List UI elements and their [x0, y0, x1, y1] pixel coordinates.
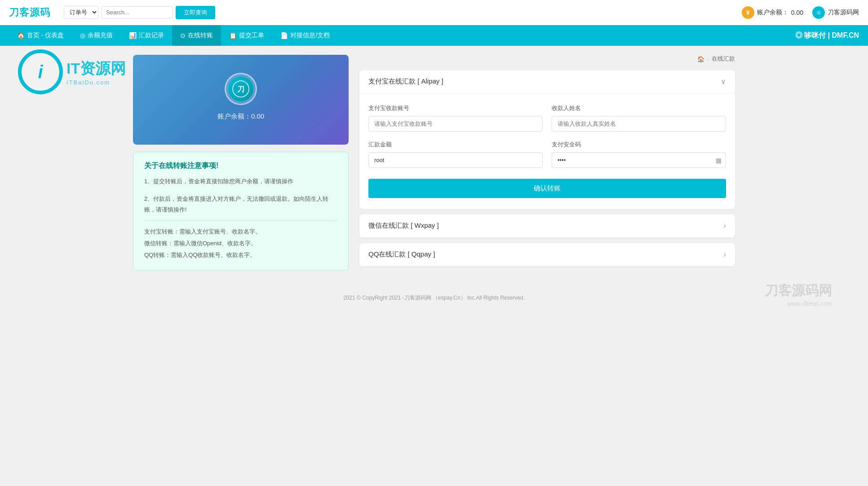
security-code-label: 支付安全码 [552, 141, 726, 149]
wechat-header[interactable]: 微信在线汇款 [ Wxpay ] › [359, 214, 735, 238]
home-icon: 🏠 [17, 32, 25, 39]
watermark-letter: i [38, 62, 43, 82]
notice-item-2: 2、付款后，资金将直接进入对方账户，无法撤回或退款。如向陌生人转账，请谨慎操作! [144, 194, 337, 215]
search-area: 订单号 立即查询 [64, 6, 244, 19]
left-panel: 刀 账户余额：0.00 关于在线转账注意事项! 1、提交转账后，资金将直接扣除您… [133, 55, 349, 272]
nav-item-ticket[interactable]: 📋 提交工单 [221, 25, 272, 46]
footer-watermark-text1: 刀客源码网 [765, 282, 832, 300]
alipay-row-2: 汇款金额 支付安全码 ▦ [368, 141, 726, 168]
balance-info: ¥ 账户余额： 0.00 [742, 6, 803, 19]
alipay-body: 支付宝收款账号 收款人姓名 汇款金额 支付安全码 [359, 93, 735, 209]
avatar-logo: 刀 [232, 80, 250, 98]
ticket-icon: 📋 [229, 32, 237, 39]
search-select[interactable]: 订单号 [64, 6, 98, 19]
top-bar: 刀客源码 订单号 立即查询 ¥ 账户余额： 0.00 ◎ 刀客源码网 [0, 0, 868, 25]
balance-icon: ¥ [742, 6, 754, 19]
alipay-account-label: 支付宝收款账号 [368, 104, 543, 112]
site-name-label: 刀客源码网 [828, 9, 859, 17]
nav-label-dashboard: 首页 - 仪表盘 [27, 31, 64, 40]
nav-item-transfer[interactable]: ⊙ 在线转账 [172, 25, 221, 46]
breadcrumb-home[interactable]: 🏠 [697, 56, 704, 62]
nav-item-records[interactable]: 📊 汇款记录 [121, 25, 172, 46]
user-card: 刀 账户余额：0.00 [133, 55, 349, 145]
nav-label-transfer: 在线转账 [188, 31, 213, 40]
alipay-row-1: 支付宝收款账号 收款人姓名 [368, 104, 726, 132]
qq-title: QQ在线汇款 [ Qqpay ] [368, 250, 435, 259]
alipay-arrow: ∨ [721, 77, 726, 86]
receiver-name-group: 收款人姓名 [552, 104, 726, 132]
notice-type-alipay: 支付宝转账：需输入支付宝账号、收款名字。 [144, 226, 337, 238]
security-code-wrap: ▦ [552, 152, 726, 168]
top-right: ¥ 账户余额： 0.00 ◎ 刀客源码网 [742, 6, 859, 19]
wechat-section: 微信在线汇款 [ Wxpay ] › [359, 214, 735, 238]
breadcrumb-current: 在线汇款 [712, 55, 735, 63]
logo: 刀客源码 [9, 6, 50, 19]
svg-text:刀: 刀 [237, 85, 244, 93]
avatar: 刀 [225, 73, 257, 105]
qq-section: QQ在线汇款 [ Qqpay ] › [359, 243, 735, 266]
alipay-account-input[interactable] [368, 116, 543, 132]
docs-icon: 📄 [280, 32, 288, 39]
nav-right-logo-text: ◎ 哆咪付 | DMF.CN [795, 31, 859, 40]
nav-label-recharge: 余额充值 [88, 31, 113, 40]
balance-label: 账户余额： [757, 9, 788, 17]
qq-arrow: › [724, 251, 726, 259]
balance-value: 0.00 [791, 9, 803, 16]
alipay-section: 支付宝在线汇款 [ Alipay ] ∨ 支付宝收款账号 收款人姓名 [359, 70, 735, 209]
breadcrumb: 🏠 › 在线汇款 [359, 55, 735, 63]
security-code-group: 支付安全码 ▦ [552, 141, 726, 168]
notice-box: 关于在线转账注意事项! 1、提交转账后，资金将直接扣除您商户余额，请谨慎操作 2… [133, 152, 349, 270]
alipay-account-group: 支付宝收款账号 [368, 104, 543, 132]
nav-bar: 🏠 首页 - 仪表盘 ◎ 余额充值 📊 汇款记录 ⊙ 在线转账 📋 提交工单 📄… [0, 25, 868, 46]
footer: 2021 © CopyRight 2021 -刀客源码网 （espay.Cn） … [0, 281, 868, 311]
alipay-title: 支付宝在线汇款 [ Alipay ] [368, 77, 443, 86]
footer-watermark-text2: www.dkewl.com [765, 300, 832, 307]
nav-label-docs: 对接信息/文档 [290, 31, 330, 40]
alipay-header[interactable]: 支付宝在线汇款 [ Alipay ] ∨ [359, 70, 735, 93]
watermark-title: IT资源网 [66, 58, 126, 79]
footer-text: 2021 © CopyRight 2021 -刀客源码网 （espay.Cn） … [343, 295, 525, 301]
confirm-transfer-button[interactable]: 确认转账 [368, 179, 726, 198]
wechat-arrow: › [724, 222, 726, 230]
watermark-circle: i [18, 49, 63, 94]
receiver-name-label: 收款人姓名 [552, 104, 726, 112]
nav-right-logo: ◎ 哆咪付 | DMF.CN [795, 31, 859, 40]
watermark: i IT资源网 ITBaiDu.com [18, 49, 126, 94]
amount-input[interactable] [368, 152, 543, 168]
receiver-name-input[interactable] [552, 116, 726, 132]
site-icon: ◎ [812, 6, 825, 19]
nav-item-recharge[interactable]: ◎ 余额充值 [72, 25, 121, 46]
recharge-icon: ◎ [80, 32, 85, 39]
nav-item-docs[interactable]: 📄 对接信息/文档 [272, 25, 338, 46]
watermark-subtitle: ITBaiDu.com [66, 79, 126, 86]
search-button[interactable]: 立即查询 [176, 6, 215, 19]
wechat-title: 微信在线汇款 [ Wxpay ] [368, 221, 439, 230]
security-code-input[interactable] [552, 152, 726, 168]
avatar-inner: 刀 [228, 76, 253, 102]
notice-item-1: 1、提交转账后，资金将直接扣除您商户余额，请谨慎操作 [144, 176, 337, 186]
records-icon: 📊 [129, 32, 137, 39]
site-name-area: ◎ 刀客源码网 [812, 6, 859, 19]
amount-label: 汇款金额 [368, 141, 543, 149]
qq-header[interactable]: QQ在线汇款 [ Qqpay ] › [359, 243, 735, 266]
nav-label-records: 汇款记录 [139, 31, 164, 40]
main-content: 刀 账户余额：0.00 关于在线转账注意事项! 1、提交转账后，资金将直接扣除您… [120, 46, 748, 281]
breadcrumb-separator: › [707, 56, 709, 62]
eye-icon[interactable]: ▦ [716, 157, 722, 164]
footer-watermark: 刀客源码网 www.dkewl.com [765, 282, 832, 307]
logo-area: 刀客源码 [9, 6, 50, 19]
right-panel: 🏠 › 在线汇款 支付宝在线汇款 [ Alipay ] ∨ 支付宝收款账号 收款… [359, 55, 735, 272]
user-balance-label: 账户余额：0.00 [217, 112, 264, 121]
search-input[interactable] [101, 6, 173, 18]
nav-label-ticket: 提交工单 [239, 31, 264, 40]
notice-type-wechat: 微信转账：需输入微信Openid、收款名字。 [144, 238, 337, 249]
notice-type-qq: QQ转账：需输入QQ收款账号、收款名字。 [144, 249, 337, 261]
nav-item-dashboard[interactable]: 🏠 首页 - 仪表盘 [9, 25, 72, 46]
notice-title: 关于在线转账注意事项! [144, 161, 337, 171]
amount-group: 汇款金额 [368, 141, 543, 168]
transfer-icon: ⊙ [180, 32, 186, 39]
